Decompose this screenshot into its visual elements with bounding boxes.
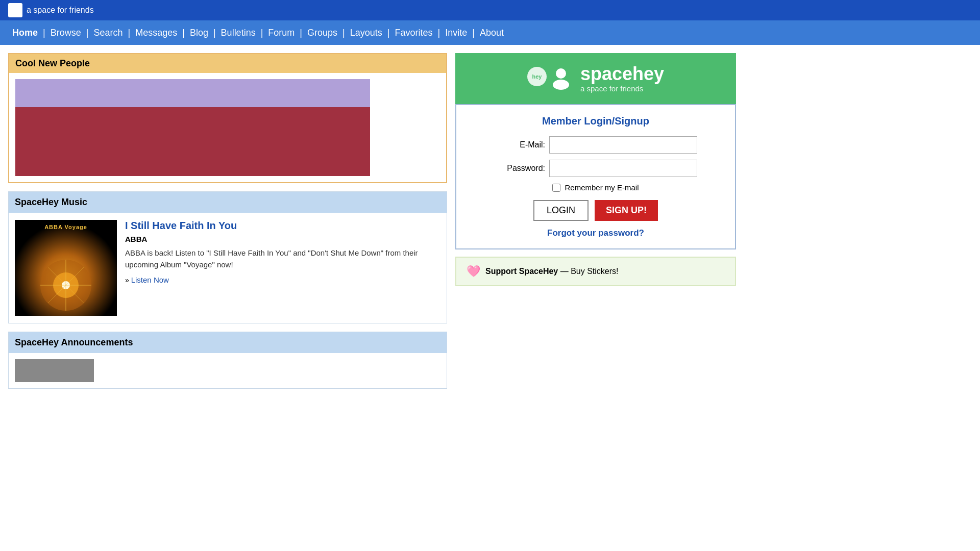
album-art-graphic [35, 249, 96, 311]
profile-banner-red [15, 107, 370, 176]
login-box: Member Login/Signup E-Mail: Password: Re… [455, 104, 736, 249]
nav-blog[interactable]: Blog [186, 21, 212, 44]
nav-bar: Home | Browse | Search | Messages | Blog… [0, 20, 980, 45]
music-info: I Still Have Faith In You ABBA ABBA is b… [125, 220, 440, 284]
top-header: a space for friends [0, 0, 980, 20]
nav-sep: | [42, 28, 46, 38]
remember-label: Remember my E-mail [565, 183, 639, 192]
email-label: E-Mail: [494, 140, 545, 149]
announcements-body [9, 353, 447, 388]
song-title: I Still Have Faith In You [125, 220, 440, 232]
nav-favorites[interactable]: Favorites [391, 21, 437, 44]
support-text: Support SpaceHey — Buy Stickers! [485, 267, 619, 276]
person-icon [549, 66, 573, 91]
nav-invite[interactable]: Invite [441, 21, 471, 44]
remember-row: Remember my E-mail [472, 183, 720, 192]
music-body: ABBA Voyage I Still Have Faith In You [9, 213, 447, 323]
nav-bulletins[interactable]: Bulletins [217, 21, 260, 44]
nav-about[interactable]: About [476, 21, 508, 44]
login-title: Member Login/Signup [472, 115, 720, 127]
album-art: ABBA Voyage [15, 220, 117, 316]
nav-forum[interactable]: Forum [264, 21, 299, 44]
support-heart-icon: 🩷 [467, 265, 480, 278]
login-button[interactable]: LOGIN [533, 200, 589, 221]
cool-new-people-title: Cool New People [9, 54, 446, 73]
remember-checkbox[interactable] [552, 184, 560, 192]
spacehey-tagline: a space for friends [580, 84, 664, 93]
button-row: LOGIN SIGN UP! [472, 200, 720, 221]
nav-sep: | [341, 28, 346, 38]
password-input[interactable] [549, 160, 697, 177]
forgot-password-row: Forgot your password? [472, 228, 720, 238]
nav-sep: | [127, 28, 131, 38]
password-row: Password: [472, 160, 720, 177]
support-rest: — Buy Stickers! [558, 267, 618, 276]
cool-new-people-box: Cool New People [8, 53, 447, 183]
nav-sep: | [85, 28, 90, 38]
artist-name: ABBA [125, 235, 440, 243]
nav-sep: | [181, 28, 186, 38]
nav-groups[interactable]: Groups [303, 21, 341, 44]
music-description: ABBA is back! Listen to "I Still Have Fa… [125, 247, 440, 270]
left-column: Cool New People SpaceHey Music ABBA Voya… [8, 53, 447, 389]
cool-new-people-body [9, 73, 446, 182]
music-box: SpaceHey Music ABBA Voyage [8, 191, 447, 323]
support-bold: Support SpaceHey [485, 267, 558, 276]
nav-home[interactable]: Home [8, 21, 42, 44]
logo-area: a space for friends [8, 3, 94, 17]
svg-point-8 [553, 80, 569, 90]
profile-banner-purple [15, 79, 370, 107]
nav-sep: | [260, 28, 264, 38]
email-row: E-Mail: [472, 136, 720, 154]
album-art-label: ABBA Voyage [44, 224, 87, 230]
spacehey-brand-card: hey spacehey a space for friends [455, 53, 736, 104]
main-content: Cool New People SpaceHey Music ABBA Voya… [0, 45, 980, 397]
hey-bubble: hey [527, 67, 547, 86]
nav-sep: | [212, 28, 217, 38]
nav-sep: | [471, 28, 476, 38]
announcements-box: SpaceHey Announcements [8, 332, 447, 389]
listen-now-link[interactable]: Listen Now [131, 276, 169, 284]
nav-browse[interactable]: Browse [46, 21, 85, 44]
announcement-image [15, 359, 94, 382]
nav-search[interactable]: Search [89, 21, 127, 44]
nav-messages[interactable]: Messages [131, 21, 181, 44]
email-input[interactable] [549, 136, 697, 154]
spacehey-text-block: spacehey a space for friends [580, 65, 664, 93]
svg-point-7 [556, 68, 566, 79]
listen-prefix: » [125, 276, 129, 284]
spacehey-logo-icons: hey [527, 66, 573, 91]
nav-sep: | [299, 28, 303, 38]
right-column: hey spacehey a space for friends Member … [455, 53, 736, 389]
listen-now-row: » Listen Now [125, 276, 440, 284]
logo-icon [8, 3, 22, 17]
nav-layouts[interactable]: Layouts [346, 21, 386, 44]
nav-sep: | [386, 28, 391, 38]
password-label: Password: [494, 164, 545, 173]
forgot-password-link[interactable]: Forgot your password? [547, 228, 644, 238]
tagline: a space for friends [27, 6, 94, 15]
support-box[interactable]: 🩷 Support SpaceHey — Buy Stickers! [455, 257, 736, 286]
announcements-title: SpaceHey Announcements [9, 332, 447, 353]
spacehey-name: spacehey [580, 65, 664, 83]
signup-button[interactable]: SIGN UP! [595, 200, 658, 221]
nav-sep: | [437, 28, 442, 38]
music-section-title: SpaceHey Music [9, 192, 447, 213]
